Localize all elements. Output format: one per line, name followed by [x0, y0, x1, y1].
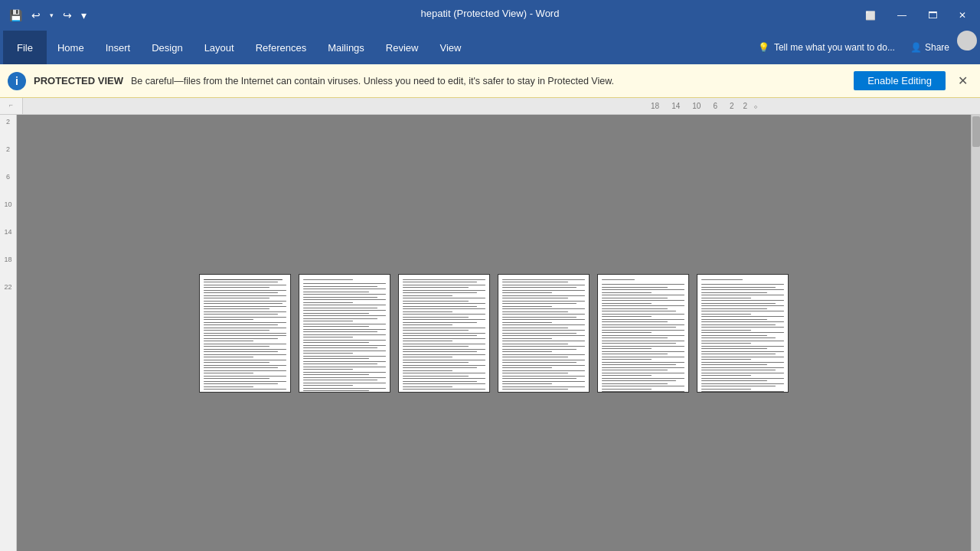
p2-line — [303, 388, 386, 389]
p2-line — [303, 331, 377, 332]
redo-icon[interactable]: ↪ — [60, 8, 75, 23]
p6-line — [701, 348, 767, 349]
p4-line — [502, 381, 585, 382]
p3-line — [403, 314, 485, 315]
p2-line — [303, 383, 386, 383]
menu-view[interactable]: View — [429, 31, 472, 64]
p3-line — [403, 378, 485, 379]
p3-line — [403, 338, 485, 339]
p5-line — [602, 289, 684, 290]
p6-line — [701, 378, 784, 379]
tell-me-field[interactable]: 💡 Tell me what you want to do... — [750, 31, 903, 64]
p4-line — [502, 303, 577, 304]
p6-line — [701, 354, 776, 354]
p2-line — [303, 385, 353, 386]
p4-line — [502, 367, 552, 368]
ruler-num-2b: 2 — [743, 102, 748, 110]
p1-line — [204, 298, 270, 298]
p1-line — [204, 290, 286, 291]
p4-line — [502, 365, 585, 366]
vertical-scrollbar[interactable] — [971, 115, 980, 551]
ruler-num-2: 2 — [730, 102, 734, 110]
p1-line — [204, 349, 286, 350]
v-ruler-2a: 2 — [6, 118, 10, 126]
p3-line — [403, 381, 477, 382]
p2-line — [303, 318, 377, 319]
menu-bar: File Home Insert Design Layout Reference… — [0, 31, 980, 64]
menu-references[interactable]: References — [245, 31, 317, 64]
p5-line — [602, 287, 668, 288]
p2-line — [303, 372, 386, 373]
minimize-button[interactable]: — — [890, 8, 914, 22]
page-thumbnail-1 — [199, 274, 291, 393]
p3-line — [403, 389, 485, 390]
p3-line — [403, 308, 485, 309]
p3-line — [403, 392, 469, 393]
restore-button[interactable]: 🗖 — [920, 8, 945, 22]
p4-line — [502, 333, 577, 334]
p5-line — [602, 364, 676, 365]
p1-line — [204, 360, 286, 360]
menu-design[interactable]: Design — [141, 31, 193, 64]
menu-insert[interactable]: Insert — [95, 31, 142, 64]
customize-qat-icon[interactable]: ▾ — [78, 8, 90, 23]
p4-line — [502, 362, 577, 363]
p3-line — [403, 362, 469, 363]
p1-line — [204, 308, 270, 309]
p6-line — [701, 311, 784, 311]
p4-line — [502, 344, 568, 344]
p5-line — [602, 351, 684, 352]
ruler-area: ⌐ 18 14 10 6 2 2 ⬦ — [0, 98, 980, 115]
undo-dropdown-icon[interactable]: ▾ — [47, 10, 57, 21]
protected-info-icon: i — [8, 72, 26, 90]
p5-line — [602, 341, 684, 341]
menu-review[interactable]: Review — [375, 31, 430, 64]
scrollbar-thumb[interactable] — [972, 116, 980, 147]
p6-line — [701, 327, 784, 328]
p3-line — [403, 328, 485, 328]
p2-line — [303, 297, 377, 298]
p1-line — [204, 314, 278, 315]
undo-icon[interactable]: ↩ — [28, 8, 44, 23]
p2-line — [303, 340, 386, 341]
page-1-content — [204, 279, 286, 393]
p4-line — [502, 322, 552, 323]
p2-line — [303, 390, 369, 391]
save-icon[interactable]: 💾 — [6, 8, 25, 23]
p1-line — [204, 301, 286, 302]
p6-line — [701, 373, 784, 373]
page-thumbnail-5 — [597, 274, 689, 393]
p2-line — [303, 347, 377, 348]
p4-line — [502, 386, 585, 387]
p6-line — [701, 364, 767, 365]
user-avatar[interactable] — [957, 31, 977, 51]
close-button[interactable]: ✕ — [951, 8, 974, 22]
enable-editing-button[interactable]: Enable Editing — [854, 71, 946, 90]
p6-line — [701, 289, 784, 290]
menu-layout[interactable]: Layout — [194, 31, 245, 64]
p2-line — [303, 358, 369, 359]
p5-line — [602, 314, 684, 315]
p1-line — [204, 330, 270, 331]
p3-line — [403, 324, 452, 325]
p4-line — [502, 308, 585, 309]
p6-line — [701, 380, 767, 381]
p5-line — [602, 303, 652, 304]
menu-home[interactable]: Home — [47, 31, 95, 64]
protected-bar-close-icon[interactable]: ✕ — [953, 73, 972, 88]
ruler-num-10: 10 — [692, 102, 701, 110]
menu-file[interactable]: File — [3, 31, 47, 64]
p2-line — [303, 286, 377, 287]
p6-line — [701, 303, 776, 304]
p2-line — [303, 294, 386, 295]
menu-mailings[interactable]: Mailings — [317, 31, 375, 64]
p3-line — [403, 317, 469, 318]
quick-access-toolbar: 💾 ↩ ▾ ↪ ▾ — [6, 8, 90, 23]
p6-line — [701, 308, 767, 309]
p6-line — [701, 335, 767, 336]
p2-line — [303, 377, 386, 378]
share-button[interactable]: 👤 Share — [903, 31, 957, 64]
share-person-icon: 👤 — [910, 42, 922, 53]
p3-line — [403, 335, 477, 336]
p1-line — [204, 317, 286, 318]
